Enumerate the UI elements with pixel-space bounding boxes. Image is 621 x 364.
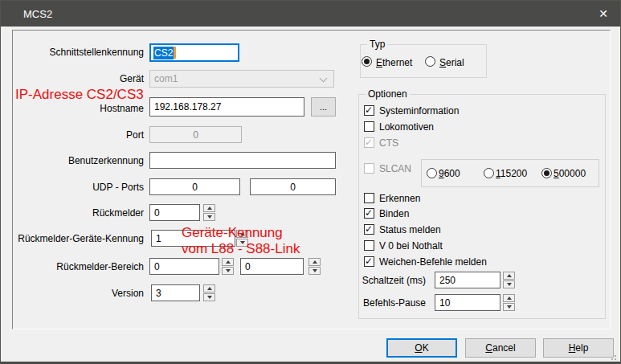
- selected-text: CS2: [153, 47, 174, 59]
- checkbox-slcan-label: SLCAN: [379, 163, 411, 174]
- radio-115200[interactable]: [484, 168, 494, 178]
- check-icon: ✓: [365, 256, 373, 267]
- checkbox-cts: ✓: [364, 137, 374, 148]
- help-button[interactable]: Help: [543, 338, 614, 358]
- radio-serial-label[interactable]: Serial: [439, 57, 464, 68]
- radio-ethernet-label[interactable]: Ethernet: [376, 57, 412, 68]
- optionen-group-title: Optionen: [366, 88, 410, 100]
- checkbox-lokomotiven-label[interactable]: Lokomotiven: [379, 121, 434, 133]
- spin-up-button[interactable]: [222, 258, 234, 266]
- spin-up-icon: [507, 274, 512, 277]
- check-icon: ✓: [365, 223, 373, 235]
- befehls-pause-input[interactable]: [435, 294, 500, 311]
- radio-serial[interactable]: [425, 56, 435, 67]
- schaltzeit-label: Schaltzeit (ms): [350, 275, 426, 286]
- rueckmelder-bereich-label: Rückmelder-Bereich: [15, 261, 144, 272]
- spin-down-button[interactable]: [203, 213, 215, 221]
- spin-down-button[interactable]: [503, 303, 515, 311]
- close-icon: ✕: [599, 7, 608, 20]
- checkbox-lokomotiven[interactable]: [364, 121, 374, 132]
- version-label: Version: [15, 288, 144, 299]
- rueckmelder-bereich2-spinner: [308, 258, 321, 275]
- geraet-combobox: com1: [149, 70, 334, 88]
- check-icon: ✓: [365, 137, 373, 148]
- spin-up-icon: [313, 260, 317, 264]
- rueckmelder-bereich1-input[interactable]: [149, 258, 219, 275]
- radio-9600[interactable]: [427, 168, 437, 178]
- ok-button[interactable]: OK: [386, 338, 457, 358]
- schnittstellenkennung-input[interactable]: CS2: [149, 43, 239, 62]
- checkbox-weichen-befehle[interactable]: ✓: [364, 256, 374, 267]
- geraet-value: com1: [154, 73, 178, 84]
- radio-ethernet[interactable]: [362, 56, 372, 67]
- benutzerkennung-input[interactable]: [149, 152, 336, 169]
- schnittstellenkennung-label: Schnittstellenkennung: [15, 47, 144, 58]
- window-titlebar[interactable]: MCS2 ✕: [1, 1, 620, 27]
- rueckmelder-input[interactable]: [149, 204, 200, 221]
- spin-down-icon: [207, 215, 212, 219]
- checkbox-weichen-befehle-label[interactable]: Weichen-Befehle melden: [379, 256, 487, 268]
- spin-up-button[interactable]: [503, 294, 515, 302]
- udp-port1-input[interactable]: [149, 178, 240, 195]
- geraet-label: Gerät: [15, 73, 144, 84]
- close-button[interactable]: ✕: [593, 5, 614, 22]
- rueckmelder-spinner: [203, 204, 215, 221]
- befehls-pause-label: Befehls-Pause: [350, 297, 426, 309]
- spin-down-icon: [207, 296, 212, 299]
- checkbox-systeminformation[interactable]: ✓: [364, 105, 374, 116]
- rueckmelder-bereich2-input[interactable]: [240, 258, 304, 275]
- spin-up-icon: [207, 287, 212, 290]
- spin-up-button[interactable]: [203, 204, 215, 212]
- checkbox-binden[interactable]: ✓: [364, 208, 374, 219]
- spin-down-icon: [313, 269, 317, 272]
- spin-up-icon: [226, 260, 231, 264]
- radio-9600-label[interactable]: 9600: [439, 168, 460, 179]
- spin-down-button[interactable]: [308, 267, 321, 275]
- port-label: Port: [15, 129, 144, 141]
- rueckmelder-bereich1-spinner: [222, 258, 234, 275]
- annotation-geraete-kennung-line2: vom L88 - S88-Link: [182, 241, 300, 257]
- check-icon: ✓: [365, 104, 373, 116]
- hostname-input[interactable]: [149, 97, 304, 117]
- checkbox-erkennen-label[interactable]: Erkennen: [379, 193, 420, 204]
- hostname-browse-button[interactable]: ...: [311, 97, 336, 117]
- annotation-ip-adresse: IP-Adresse CS2/CS3: [15, 87, 144, 103]
- checkbox-slcan: [364, 163, 374, 174]
- cancel-button[interactable]: Cancel: [465, 338, 536, 358]
- spin-down-button[interactable]: [222, 267, 234, 275]
- schaltzeit-input[interactable]: [435, 272, 500, 288]
- spin-down-button[interactable]: [503, 280, 515, 288]
- udp-port2-input[interactable]: [250, 178, 336, 195]
- version-input[interactable]: [151, 284, 200, 301]
- radio-500000[interactable]: [541, 168, 552, 178]
- window-title: MCS2: [23, 8, 52, 20]
- checkbox-binden-label[interactable]: Binden: [379, 208, 409, 219]
- spin-up-button[interactable]: [203, 284, 215, 292]
- check-icon: ✓: [365, 207, 373, 219]
- spin-down-button[interactable]: [203, 293, 215, 301]
- checkbox-erkennen[interactable]: [364, 193, 374, 203]
- hostname-label: Hostname: [15, 103, 144, 114]
- checkbox-status-melden[interactable]: ✓: [364, 224, 374, 235]
- radio-115200-label[interactable]: 115200: [496, 168, 527, 179]
- text-caret: [174, 47, 176, 59]
- spin-up-button[interactable]: [308, 258, 321, 266]
- port-input: [149, 126, 242, 143]
- checkbox-cts-label: CTS: [379, 137, 398, 149]
- spin-down-icon: [507, 305, 512, 309]
- schaltzeit-spinner: [503, 272, 515, 288]
- radio-500000-label[interactable]: 500000: [554, 168, 586, 179]
- udp-ports-label: UDP - Ports: [15, 182, 144, 193]
- spin-down-icon: [507, 283, 512, 286]
- checkbox-systeminformation-label[interactable]: Systeminformation: [379, 105, 459, 117]
- checkbox-status-melden-label[interactable]: Status melden: [379, 224, 441, 235]
- rueckmelder-geraete-kennung-label: Rückmelder-Geräte-Kennung: [15, 233, 144, 244]
- resize-grip[interactable]: [609, 353, 616, 360]
- annotation-geraete-kennung-line1: Geräte-Kennung: [182, 225, 283, 241]
- spin-up-icon: [507, 297, 512, 300]
- version-spinner: [203, 284, 215, 301]
- checkbox-v0-nothalt[interactable]: [364, 240, 374, 251]
- checkbox-v0-nothalt-label[interactable]: V 0 bei Nothalt: [379, 240, 443, 252]
- rueckmelder-label: Rückmelder: [15, 207, 144, 219]
- spin-up-button[interactable]: [503, 272, 515, 280]
